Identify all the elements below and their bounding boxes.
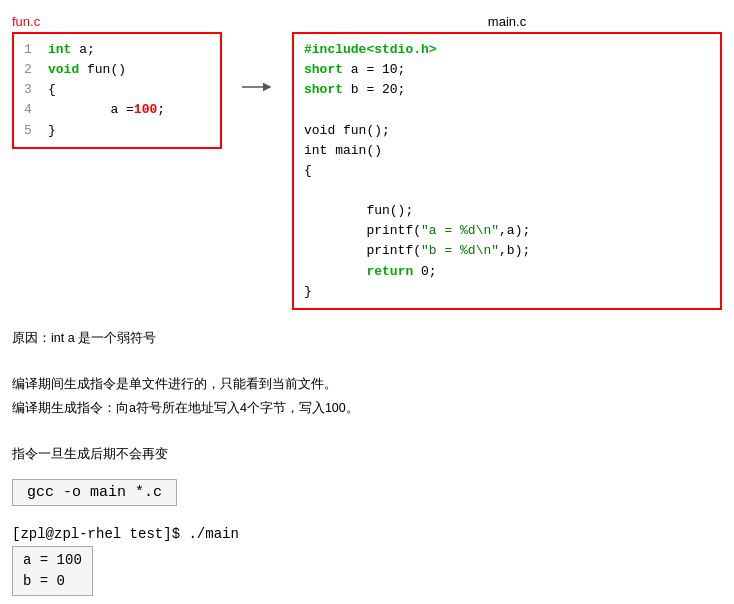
- main-code: a = 10;: [343, 60, 405, 80]
- fun-box-wrapper: fun.c 1 int a; 2 void fun() 3 {: [12, 32, 222, 149]
- shell-output-a: a = 100: [23, 550, 82, 571]
- annotation-blank2: [12, 421, 722, 442]
- code-section: fun.c 1 int a; 2 void fun() 3 {: [12, 32, 722, 310]
- main-str1: "a = %d\n": [421, 221, 499, 241]
- gcc-box: gcc -o main *.c: [12, 479, 177, 506]
- main-code: ,a);: [499, 221, 530, 241]
- line-num: 3: [24, 80, 40, 100]
- line-num: 1: [24, 40, 40, 60]
- arrow-area: [242, 32, 272, 102]
- annotation-1: 原因：int a 是一个弱符号: [12, 328, 722, 349]
- arrow-svg: [242, 72, 272, 102]
- shell-prompt: [zpl@zpl-rhel test]$ ./main: [12, 526, 722, 542]
- main-kw-short1: short: [304, 60, 343, 80]
- fun-code-text: ;: [157, 100, 165, 120]
- shell-section: [zpl@zpl-rhel test]$ ./main a = 100 b = …: [12, 526, 722, 596]
- fun-line-4: 4 a = 100 ;: [24, 100, 210, 120]
- main-code: fun();: [304, 201, 413, 221]
- shell-output-b: b = 0: [23, 571, 82, 592]
- main-box-wrapper: main.c #include<stdio.h> short a = 10; s…: [292, 32, 722, 310]
- main-line-blank2: [304, 181, 710, 201]
- main-str2: "b = %d\n": [421, 241, 499, 261]
- main-line-11: printf("b = %d\n",b);: [304, 241, 710, 261]
- fun-kw-void: void: [48, 60, 79, 80]
- fun-code-box: 1 int a; 2 void fun() 3 { 4: [12, 32, 222, 149]
- annotation-blank1: [12, 351, 722, 372]
- fun-line-2: 2 void fun(): [24, 60, 210, 80]
- fun-code-text: a =: [48, 100, 134, 120]
- main-code: int main(): [304, 141, 382, 161]
- fun-value-100: 100: [134, 100, 157, 120]
- fun-code-text: {: [48, 80, 56, 100]
- main-code: void fun();: [304, 121, 390, 141]
- annotation-4: 指令一旦生成后期不会再变: [12, 444, 722, 465]
- main-line-blank1: [304, 100, 710, 120]
- main-code-box: #include<stdio.h> short a = 10; short b …: [292, 32, 722, 310]
- fun-code-text: }: [48, 121, 56, 141]
- gcc-section: gcc -o main *.c: [12, 479, 722, 516]
- main-code: printf(: [304, 221, 421, 241]
- main-line-3: short b = 20;: [304, 80, 710, 100]
- main-code: ,b);: [499, 241, 530, 261]
- main-line-2: short a = 10;: [304, 60, 710, 80]
- fun-code-text: a;: [71, 40, 94, 60]
- fun-kw-int: int: [48, 40, 71, 60]
- main-line-7: {: [304, 161, 710, 181]
- main-container: fun.c 1 int a; 2 void fun() 3 {: [0, 0, 734, 604]
- main-code: }: [304, 282, 312, 302]
- main-line-6: int main(): [304, 141, 710, 161]
- line-num: 4: [24, 100, 40, 120]
- main-line-9: fun();: [304, 201, 710, 221]
- fun-line-3: 3 {: [24, 80, 210, 100]
- annotation-2: 编译期间生成指令是单文件进行的，只能看到当前文件。: [12, 374, 722, 395]
- main-line-10: printf("a = %d\n",a);: [304, 221, 710, 241]
- main-code: 0;: [413, 262, 436, 282]
- fun-code-text: fun(): [79, 60, 126, 80]
- fun-label: fun.c: [12, 14, 40, 29]
- main-code: {: [304, 161, 312, 181]
- line-num: 5: [24, 121, 40, 141]
- annotation-section: 原因：int a 是一个弱符号 编译期间生成指令是单文件进行的，只能看到当前文件…: [12, 328, 722, 466]
- annotation-3: 编译期生成指令：向a符号所在地址写入4个字节，写入100。: [12, 398, 722, 419]
- fun-line-1: 1 int a;: [24, 40, 210, 60]
- main-code: printf(: [304, 241, 421, 261]
- main-code: b = 20;: [343, 80, 405, 100]
- main-code: [304, 262, 366, 282]
- top-area: fun.c 1 int a; 2 void fun() 3 {: [12, 32, 722, 465]
- main-line-12: return 0;: [304, 262, 710, 282]
- main-kw-short2: short: [304, 80, 343, 100]
- line-num: 2: [24, 60, 40, 80]
- main-line-1: #include<stdio.h>: [304, 40, 710, 60]
- main-kw-return: return: [366, 262, 413, 282]
- main-label: main.c: [488, 14, 526, 29]
- fun-line-5: 5 }: [24, 121, 210, 141]
- main-include: #include<stdio.h>: [304, 40, 437, 60]
- gcc-command: gcc -o main *.c: [27, 484, 162, 501]
- shell-output-box: a = 100 b = 0: [12, 546, 93, 596]
- main-line-5: void fun();: [304, 121, 710, 141]
- main-line-13: }: [304, 282, 710, 302]
